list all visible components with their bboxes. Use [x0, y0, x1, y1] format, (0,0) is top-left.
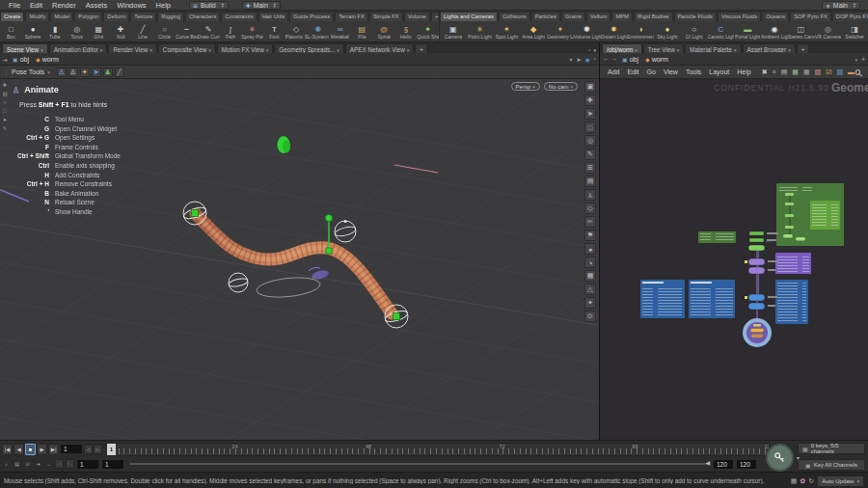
persp-view-button[interactable]: Persp — [511, 82, 540, 91]
network-menu-item[interactable]: Layout — [705, 68, 733, 75]
shelf-tool[interactable]: ▬ Portal Light — [734, 21, 761, 41]
viewport-tool-icon[interactable]: ✚ — [584, 95, 596, 106]
transport-button[interactable]: |◀ — [2, 444, 13, 455]
chevron-down-icon[interactable] — [100, 46, 103, 53]
keyframe-marker[interactable] — [393, 313, 400, 320]
network-note-green-large[interactable] — [776, 183, 844, 246]
node-blue-oval[interactable] — [748, 294, 765, 301]
pane-tab[interactable]: + — [415, 43, 428, 53]
nav-back-icon[interactable]: ← — [603, 56, 609, 62]
network-toolbar-icon[interactable]: ✖ — [762, 68, 768, 76]
pane-tab[interactable]: Geometry Spreads... — [274, 43, 344, 53]
shelf-tool[interactable]: ✳ Point Light — [467, 21, 494, 41]
pivot-marker[interactable] — [278, 136, 291, 153]
viewport-tool-icon[interactable]: λ — [584, 189, 596, 201]
shelf-tool[interactable]: @ Spiral — [373, 21, 395, 41]
playback-start-field[interactable]: 1 — [101, 459, 124, 470]
shelf-tool[interactable]: § Helix — [395, 21, 418, 41]
shelf-tool[interactable]: ▤ File — [351, 21, 373, 41]
pose-tool-icon[interactable]: ✦ — [80, 68, 90, 77]
update-mode-icon[interactable]: ✿ — [800, 477, 805, 485]
shelf-tool[interactable]: ● Sky Light — [654, 21, 681, 41]
network-toolbar-icon[interactable]: ▧ — [815, 68, 822, 76]
chevron-down-icon[interactable] — [788, 46, 791, 53]
network-menu-item[interactable]: Add — [604, 68, 623, 75]
path-bar-icon[interactable]: ➤ — [577, 56, 582, 63]
grip-icon[interactable]: ⋮ — [4, 69, 9, 75]
path-bar-icon[interactable]: ◉ — [585, 56, 590, 63]
shelf-tool[interactable]: ● Sphere — [22, 21, 44, 41]
shelf-tool[interactable]: ◎ VR Camera — [815, 21, 842, 41]
shelf-tool[interactable]: ✹ Distant Light — [601, 21, 628, 41]
shelf-tab[interactable]: Polygon — [74, 12, 102, 21]
shelf-tool[interactable]: ✦ Geometry Light — [547, 21, 574, 41]
shelf-tool[interactable]: ✦ Quick Shapes — [417, 21, 439, 41]
path-bar-icon[interactable]: ▾ — [570, 56, 573, 63]
shelf-tool[interactable]: ✎ Draw Curve — [198, 21, 220, 41]
range-next-icon[interactable]: ▷ — [66, 459, 74, 469]
shelf-tab[interactable]: Volume — [404, 12, 430, 21]
pose-tool-icon[interactable]: ♙ — [57, 68, 67, 77]
shelf-tab[interactable]: Model — [50, 12, 73, 21]
viewport-tool-icon[interactable]: ⊙ — [584, 311, 596, 322]
viewport-tool-icon[interactable]: ✎ — [1, 124, 9, 132]
shelf-tab[interactable]: Lights and Cameras — [440, 12, 498, 21]
node-green[interactable] — [749, 231, 764, 235]
node-output-ring[interactable] — [743, 318, 772, 347]
node-blue-oval[interactable] — [748, 303, 765, 310]
next-key-button[interactable]: ▷ — [94, 445, 102, 454]
pane-tab[interactable]: + — [797, 43, 810, 53]
chevron-down-icon[interactable] — [734, 46, 737, 53]
shelf-tool[interactable]: ╱ Line — [132, 21, 154, 41]
keys-summary-button[interactable]: ▦0 keys, 5/5 channels — [798, 443, 865, 454]
menu-item[interactable]: Help — [151, 1, 176, 10]
playbar-option-icon[interactable]: ▤ — [13, 459, 21, 469]
shelf-tab[interactable]: Texture — [130, 12, 156, 21]
shelf-tool[interactable]: T Font — [263, 21, 285, 41]
menu-item[interactable]: Edit — [25, 1, 47, 10]
shelf-tool[interactable]: ∼ Curve Bezier — [176, 21, 198, 41]
viewport-tool-icon[interactable]: ◇ — [584, 203, 596, 214]
set-key-button[interactable] — [766, 444, 794, 472]
shelf-tool[interactable]: ○ Circle — [153, 21, 176, 41]
playbar-option-icon[interactable]: ⊙ — [23, 459, 32, 469]
chevron-down-icon[interactable] — [208, 46, 211, 53]
menu-item[interactable]: File — [4, 1, 25, 10]
shelf-tool[interactable]: ▣ Camera — [440, 21, 467, 41]
update-mode-icon[interactable]: ▦ — [791, 477, 798, 485]
shelf-tab[interactable]: Constraints — [221, 12, 257, 21]
shelf-tool[interactable]: ✺ Volume Light — [574, 21, 601, 41]
node-chain[interactable] — [745, 231, 778, 310]
shelf-tab[interactable]: Particles — [531, 12, 560, 21]
shelf-tool[interactable]: ◇ Platonic Solids — [285, 21, 308, 41]
stepper-icon[interactable]: ▲▼ — [221, 2, 225, 8]
network-toolbar-icon[interactable]: ☑ — [826, 68, 831, 76]
shelf-tab[interactable]: + — [431, 12, 439, 21]
shelf-tool[interactable]: ✳ Spray Paint — [241, 21, 263, 41]
node-green-oval[interactable] — [748, 245, 765, 251]
viewport-tool-icon[interactable]: ▣ — [584, 81, 596, 93]
transport-button[interactable]: ▶| — [48, 444, 59, 455]
rotate-handle-low[interactable] — [228, 273, 248, 292]
transport-button[interactable]: ■ — [25, 444, 36, 455]
network-menu-item[interactable]: Help — [733, 68, 754, 75]
viewport-tool-icon[interactable]: △ — [584, 284, 596, 295]
shelf-tool[interactable]: ❋ L-System — [308, 21, 330, 41]
shelf-tab[interactable]: SOP Pyro FX — [790, 12, 831, 21]
network-menu-item[interactable]: Tools — [682, 68, 705, 75]
chevron-down-icon[interactable] — [337, 46, 339, 53]
menu-item[interactable]: Render — [47, 1, 81, 10]
viewport-tool-icon[interactable]: ○ — [1, 98, 9, 106]
viewport-tool-icon[interactable]: ⊞ — [584, 162, 596, 174]
shelf-tab[interactable]: Modify — [25, 12, 49, 21]
playbar-option-icon[interactable]: ♪ — [2, 459, 11, 469]
viewport-tool-icon[interactable]: ▤ — [1, 90, 9, 97]
pane-tab[interactable]: Tree View — [643, 43, 685, 53]
toolbar-selector[interactable]: ✚ Main ▲▼ — [242, 1, 281, 10]
network-toolbar-icon[interactable]: ▬ — [848, 68, 854, 76]
stepper-icon[interactable]: ▲▼ — [273, 2, 277, 8]
stepper-icon[interactable]: ▲▼ — [853, 2, 856, 8]
network-menu-item[interactable]: View — [660, 68, 682, 75]
playbar-option-icon[interactable]: → — [44, 459, 53, 469]
shelf-tab[interactable]: Rigid Bodies — [634, 12, 673, 21]
